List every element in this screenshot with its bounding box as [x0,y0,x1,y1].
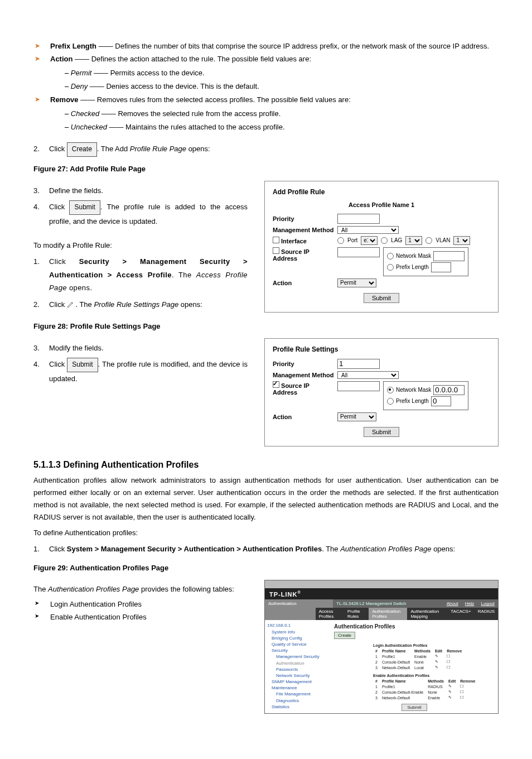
port-label: Port [347,237,357,243]
modify-step-2: 2. Click . The Profile Rule Settings Pag… [33,298,248,311]
netmask-radio[interactable] [387,253,394,260]
vlan-radio[interactable] [425,237,432,244]
panel-submit-button[interactable]: Submit [364,427,399,437]
source-ip-checkbox[interactable] [273,381,279,388]
auth-profiles-screenshot: TP-LINK® Authentication TL-SL3428 L2 Man… [264,580,499,714]
text: —— Defines the action attached to the ru… [72,55,311,63]
netmask-label: Network Mask [396,253,431,259]
submit-button[interactable]: Submit [67,358,98,372]
tab-profile-rules[interactable]: Profile Rules [344,608,369,620]
bullet-action: ➤ Action —— Defines the action attached … [33,54,499,65]
mgmt-method-label: Management Method [273,372,334,378]
sub-deny: – Deny —— Denies access to the device. T… [33,80,499,93]
tab-auth-profiles[interactable]: Authentication Profiles [369,608,407,620]
preflen-label: Prefix Length [396,264,429,270]
preflen-input[interactable] [431,262,451,272]
action-select[interactable]: Permit [337,278,376,287]
source-ip-input[interactable] [337,247,380,257]
modify-step-3: 3. Modify the fields. [33,342,248,354]
preflen-radio[interactable] [387,398,394,405]
netmask-label: Network Mask [396,387,431,393]
logout-link[interactable]: Logout [481,601,495,606]
port-select[interactable]: e1 [361,236,378,245]
sub-permit: – Permit —— Permits access to the device… [33,66,499,79]
figure-28-caption: Figure 28: Profile Rule Settings Page [33,322,499,330]
panel-submit-button[interactable]: Submit [364,293,399,303]
priority-input[interactable] [337,359,380,369]
arrow-icon: ➤ [33,41,50,52]
bullet-login-auth: ➤ Login Authentication Profiles [33,599,248,610]
table-row: 1Profile1RADIUS✎☐ [373,684,477,689]
priority-input[interactable] [337,214,380,224]
vlan-label: VLAN [436,237,450,243]
action-label: Action [273,414,334,420]
text-post: . The Profile Rule Settings Page opens: [75,300,202,309]
arrow-icon: ➤ [33,94,50,105]
table1-title: Login Authentication Profiles [373,643,495,647]
mgmt-method-label: Management Method [273,227,334,233]
tab-auth-mapping[interactable]: Authentication Mapping [407,608,447,620]
header-left: Authentication [265,599,333,608]
tab-tacacs[interactable]: TACACS+ [447,608,475,620]
text-pre: Click [49,203,69,211]
login-auth-table: #Profile NameMethodsEditRemove 1Profile1… [373,648,464,670]
lag-radio[interactable] [381,237,388,244]
source-ip-checkbox[interactable] [273,247,279,254]
mgmt-method-select[interactable]: All [337,371,399,379]
modify-step-4: 4. Click Submit. The profile rule is mod… [33,358,248,385]
netmask-input[interactable] [433,385,465,395]
main-title: Authentication Profiles [334,623,495,630]
table-row: 3Network-DefaultEnable✎☐ [373,695,477,700]
label: Action [50,55,72,63]
arrow-icon: ➤ [33,599,50,610]
preflen-label: Prefix Length [396,398,429,404]
step-2-create: 2. Click Create. The Add Profile Rule Pa… [33,142,499,157]
text-pre: Click [49,145,67,153]
bullet-prefix-length: ➤ Prefix Length —— Defines the number of… [33,41,499,52]
tab-radius[interactable]: RADIUS [475,608,498,620]
netmask-radio[interactable] [387,387,394,393]
pencil-icon[interactable] [67,298,74,305]
submit-button[interactable]: Submit [402,704,428,711]
help-link[interactable]: Help [465,601,474,606]
arrow-icon: ➤ [33,54,50,65]
netmask-input[interactable] [433,251,465,261]
preflen-radio[interactable] [387,264,394,271]
submit-button[interactable]: Submit [69,200,100,215]
define-step-1: 1. Click System > Management Security > … [33,542,499,555]
step-3: 3. Define the fields. [33,184,248,197]
tab-access-profiles[interactable]: Access Profiles [316,608,344,620]
arrow-icon: ➤ [33,612,50,623]
step-4-submit: 4. Click Submit. The profile rule is add… [33,200,248,228]
priority-label: Priority [273,361,334,367]
text: —— Defines the number of bits that compr… [96,42,489,50]
create-button[interactable]: Create [334,632,355,639]
interface-checkbox[interactable] [273,237,279,243]
port-radio[interactable] [337,237,344,244]
action-label: Action [273,280,334,286]
text-post: . The Add Profile Rule Page opens: [97,145,210,153]
panel-title: Add Profile Rule [273,188,490,196]
create-button[interactable]: Create [67,142,97,157]
sub-checked: – Checked —— Removes the selected rule f… [33,107,499,120]
figure-29-caption: Figure 29: Authentication Profiles Page [33,564,499,572]
preflen-input[interactable] [431,396,451,406]
mgmt-method-select[interactable]: All [337,226,399,234]
profile-rule-settings-panel: Profile Rule Settings Priority Managemen… [264,338,499,446]
lag-select[interactable]: 1 [405,236,422,245]
nav-tree[interactable]: 192.168.0.1 System Info Bridging Config … [265,620,331,713]
lag-label: LAG [391,237,402,243]
label: Prefix Length [50,42,96,50]
source-ip-input[interactable] [337,381,380,391]
action-select[interactable]: Permit [337,412,376,421]
priority-label: Priority [273,215,334,222]
text-pre: Click [49,300,67,309]
label: Remove [50,95,79,104]
panel-subtitle: Access Profile Name 1 [273,201,490,208]
brand-logo: TP-LINK® [265,588,498,600]
bullet-remove: ➤ Remove —— Removes rules from the selec… [33,94,499,105]
vlan-select[interactable]: 1 [453,236,470,245]
about-link[interactable]: About [447,601,458,606]
table-row: 3Network-DefaultLocal✎☐ [373,665,464,670]
panel-title: Profile Rule Settings [273,345,490,353]
